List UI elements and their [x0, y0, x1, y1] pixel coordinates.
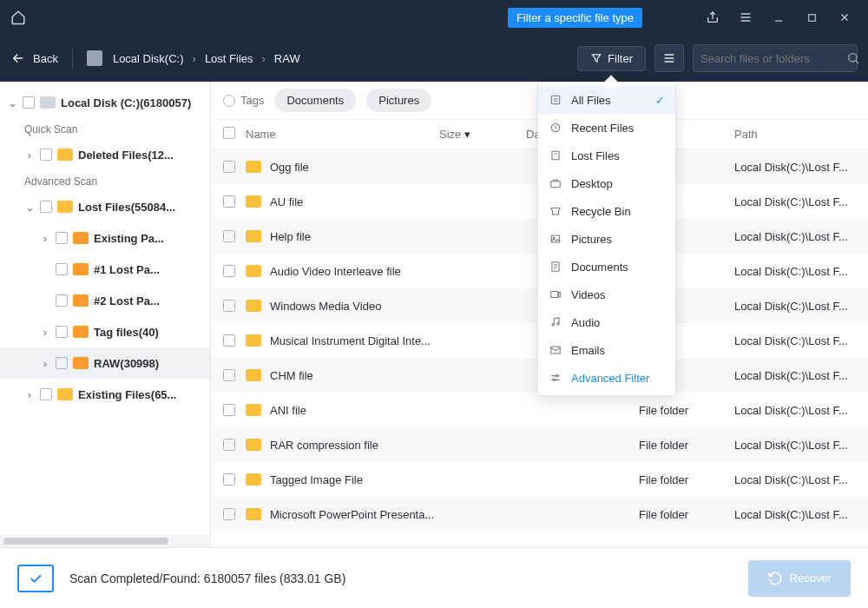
filter-item[interactable]: Lost Files	[538, 142, 675, 169]
back-button[interactable]: Back	[10, 50, 58, 66]
checkbox[interactable]	[40, 201, 52, 213]
sidebar-item-label: Tag files(40)	[94, 326, 159, 339]
checkbox[interactable]	[223, 439, 235, 451]
chevron-right-icon[interactable]: ›	[24, 149, 35, 162]
checkbox[interactable]	[223, 161, 235, 173]
svg-point-11	[557, 323, 559, 325]
filter-item-icon	[549, 93, 562, 107]
sidebar-item-label: Existing Pa...	[94, 232, 164, 245]
checkbox[interactable]	[56, 232, 68, 244]
checkbox[interactable]	[56, 263, 68, 275]
svg-rect-9	[551, 292, 558, 298]
sidebar-item-tagfiles[interactable]: ›Tag files(40)	[0, 316, 210, 347]
menu-icon[interactable]	[733, 4, 759, 30]
filter-button[interactable]: Filter	[577, 46, 646, 71]
checkbox[interactable]	[223, 369, 235, 381]
tag-pictures[interactable]: Pictures	[366, 89, 431, 112]
table-row[interactable]: RAR compression fileFile folderLocal Dis…	[211, 427, 868, 462]
search-field[interactable]	[700, 52, 846, 65]
file-path: Local Disk(C:)\Lost F...	[734, 369, 856, 382]
close-icon[interactable]	[832, 4, 858, 30]
col-size[interactable]: Size ▾	[439, 128, 526, 141]
checkbox[interactable]	[223, 230, 235, 242]
filter-item[interactable]: Pictures	[538, 225, 675, 253]
crumb-1[interactable]: Lost Files	[205, 52, 253, 65]
scan-complete-icon	[17, 565, 54, 592]
sidebar-hscroll[interactable]	[0, 535, 210, 547]
checkbox[interactable]	[223, 300, 235, 312]
checkbox[interactable]	[56, 357, 68, 369]
filter-item[interactable]: All Files✓	[538, 86, 675, 114]
sidebar-root[interactable]: ⌄Local Disk (C:)(6180057)	[0, 87, 210, 118]
scrollbar-thumb[interactable]	[3, 538, 168, 545]
tag-documents[interactable]: Documents	[274, 89, 356, 112]
share-icon[interactable]	[700, 4, 726, 30]
crumb-2[interactable]: RAW	[274, 52, 300, 65]
sidebar-item-existing-pa[interactable]: ›Existing Pa...	[0, 222, 210, 254]
file-name: Help file	[270, 230, 439, 243]
view-list-button[interactable]	[654, 44, 684, 72]
file-path: Local Disk(C:)\Lost F...	[734, 265, 856, 278]
filter-item[interactable]: Documents	[538, 253, 675, 281]
filter-item[interactable]: Emails	[538, 336, 675, 364]
col-name[interactable]: Name	[246, 128, 439, 141]
sidebar-item-deleted[interactable]: ›Deleted Files(12...	[0, 139, 210, 170]
filter-item[interactable]: Audio	[538, 308, 675, 336]
sidebar-item-label: Existing Files(65...	[78, 388, 176, 401]
filter-item[interactable]: Videos	[538, 281, 675, 308]
sidebar: ⌄Local Disk (C:)(6180057) Quick Scan ›De…	[0, 82, 211, 547]
search-input[interactable]	[693, 44, 858, 72]
search-icon[interactable]	[846, 51, 860, 65]
sort-desc-icon: ▾	[464, 128, 470, 141]
minimize-icon[interactable]	[766, 4, 792, 30]
checkbox[interactable]	[223, 473, 235, 486]
table-row[interactable]: Microsoft PowerPoint Presenta...File fol…	[211, 497, 868, 532]
checkbox[interactable]	[223, 195, 235, 208]
filter-item[interactable]: Desktop	[538, 169, 675, 197]
checkbox[interactable]	[223, 508, 235, 520]
chevron-right-icon[interactable]: ›	[40, 357, 50, 370]
sidebar-item-lost1[interactable]: #1 Lost Pa...	[0, 254, 210, 285]
checkbox[interactable]	[40, 388, 52, 400]
file-path: Local Disk(C:)\Lost F...	[734, 508, 856, 521]
chevron-down-icon[interactable]: ⌄	[7, 96, 17, 109]
home-icon[interactable]	[10, 10, 26, 25]
filter-advanced[interactable]: Advanced Filter	[538, 364, 675, 392]
checkbox[interactable]	[223, 265, 235, 277]
table-row[interactable]: Tagged Image FileFile folderLocal Disk(C…	[211, 462, 868, 497]
recover-button[interactable]: Recover	[748, 560, 851, 597]
sidebar-item-raw[interactable]: ›RAW(30998)	[0, 347, 210, 379]
file-name: Tagged Image File	[270, 473, 439, 486]
sidebar-item-existing[interactable]: ›Existing Files(65...	[0, 379, 210, 410]
filter-item-label: Desktop	[571, 177, 613, 190]
svg-rect-4	[552, 151, 559, 159]
col-path[interactable]: Path	[734, 128, 856, 141]
checkbox[interactable]	[223, 334, 235, 347]
crumb-0[interactable]: Local Disk(C:)	[113, 52, 184, 65]
sidebar-item-lost[interactable]: ⌄Lost Files(55084...	[0, 191, 210, 222]
filter-item[interactable]: Recent Files	[538, 114, 675, 142]
sidebar-item-lost2[interactable]: #2 Lost Pa...	[0, 285, 210, 316]
filter-icon	[590, 52, 602, 64]
filter-item-icon	[549, 176, 562, 190]
checkbox[interactable]	[56, 326, 68, 338]
chevron-right-icon[interactable]: ›	[40, 232, 50, 245]
filter-item-label: Documents	[571, 261, 628, 274]
filter-item[interactable]: Recycle Bin	[538, 197, 675, 225]
chevron-down-icon[interactable]: ⌄	[24, 201, 35, 214]
maximize-icon[interactable]	[799, 4, 825, 30]
checkbox[interactable]	[223, 404, 235, 416]
main-pane: Tags Documents Pictures Name Size ▾ Dat …	[211, 82, 868, 547]
sidebar-item-label: Lost Files(55084...	[78, 201, 175, 214]
checkbox[interactable]	[40, 149, 52, 161]
select-all-checkbox[interactable]	[223, 127, 235, 139]
checkbox[interactable]	[23, 96, 35, 109]
table-row[interactable]: ANI fileFile folderLocal Disk(C:)\Lost F…	[211, 393, 868, 427]
folder-icon	[73, 357, 89, 369]
checkbox[interactable]	[56, 294, 68, 307]
breadcrumb[interactable]: Local Disk(C:) › Lost Files › RAW	[113, 52, 300, 65]
folder-icon	[246, 265, 261, 277]
chevron-right-icon[interactable]: ›	[40, 326, 50, 339]
chevron-right-icon[interactable]: ›	[24, 388, 35, 401]
folder-icon	[246, 404, 261, 416]
